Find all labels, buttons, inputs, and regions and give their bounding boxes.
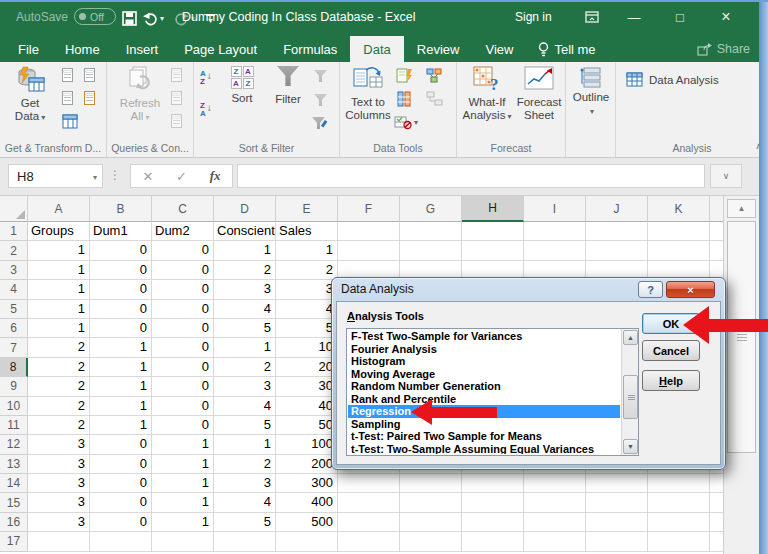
dialog-help-button[interactable]: ? [638, 281, 663, 298]
data-analysis-button[interactable]: Data Analysis [626, 72, 719, 87]
cell-B8[interactable]: 1 [90, 358, 152, 377]
cell-J16[interactable] [586, 513, 648, 532]
cell-D2[interactable]: 1 [214, 241, 276, 260]
cell-E4[interactable]: 3 [276, 280, 338, 299]
cell-E3[interactable]: 2 [276, 261, 338, 280]
cell-G16[interactable] [400, 513, 462, 532]
cell-B2[interactable]: 0 [90, 241, 152, 260]
save-button[interactable] [122, 7, 137, 29]
cell-C8[interactable]: 0 [152, 358, 214, 377]
column-header-B[interactable]: B [90, 196, 152, 222]
insert-function-icon[interactable]: fx [210, 168, 221, 184]
cell-E13[interactable]: 200 [276, 455, 338, 474]
cell-A1[interactable]: Groups [28, 222, 90, 241]
analysis-tool-item-f-test-two-sample-for-variances[interactable]: F-Test Two-Sample for Variances [348, 330, 620, 343]
cell-J15[interactable] [586, 493, 648, 512]
cell-F14[interactable] [338, 474, 400, 493]
analysis-tool-item-moving-average[interactable]: Moving Average [348, 368, 620, 381]
cell-K1[interactable] [648, 222, 710, 241]
cell-D3[interactable]: 2 [214, 261, 276, 280]
cell-B9[interactable]: 1 [90, 377, 152, 396]
cell-C3[interactable]: 0 [152, 261, 214, 280]
listbox-scroll-up-button[interactable]: ▲ [623, 330, 638, 345]
cell-B7[interactable]: 1 [90, 338, 152, 357]
cell-D14[interactable]: 3 [214, 474, 276, 493]
cell-A7[interactable]: 2 [28, 338, 90, 357]
cell-I17[interactable] [524, 532, 586, 551]
cell-D11[interactable]: 5 [214, 416, 276, 435]
cell-A15[interactable]: 3 [28, 493, 90, 512]
cell-D7[interactable]: 1 [214, 338, 276, 357]
cell-J1[interactable] [586, 222, 648, 241]
column-header-G[interactable]: G [400, 196, 462, 222]
tab-formulas[interactable]: Formulas [270, 36, 350, 62]
cell-D8[interactable]: 2 [214, 358, 276, 377]
row-header-5[interactable]: 5 [0, 300, 28, 319]
data-validation-icon[interactable] [394, 115, 412, 129]
tell-me-button[interactable]: Tell me [538, 36, 595, 62]
analysis-tool-item-sampling[interactable]: Sampling [348, 418, 620, 431]
cell-G2[interactable] [400, 241, 462, 260]
tab-review[interactable]: Review [404, 36, 473, 62]
cell-D5[interactable]: 4 [214, 300, 276, 319]
column-header-E[interactable]: E [276, 196, 338, 222]
cell-H1[interactable] [462, 222, 524, 241]
cell-B6[interactable]: 0 [90, 319, 152, 338]
cell-I15[interactable] [524, 493, 586, 512]
cell-C9[interactable]: 0 [152, 377, 214, 396]
cell-C11[interactable]: 0 [152, 416, 214, 435]
cell-A14[interactable]: 3 [28, 474, 90, 493]
column-header-C[interactable]: C [152, 196, 214, 222]
cell-A5[interactable]: 1 [28, 300, 90, 319]
tab-insert[interactable]: Insert [113, 36, 172, 62]
cell-E10[interactable]: 40 [276, 397, 338, 416]
cell-B4[interactable]: 0 [90, 280, 152, 299]
tab-view[interactable]: View [472, 36, 526, 62]
relationships-icon[interactable] [426, 91, 443, 106]
consolidate-icon[interactable] [426, 68, 442, 83]
name-box-dropdown-icon[interactable]: ▾ [93, 173, 97, 182]
what-if-analysis-button[interactable]: ? What-If Analysis [461, 66, 513, 123]
help-button[interactable]: Help [642, 370, 700, 391]
cell-D1[interactable]: Conscient [214, 222, 276, 241]
tab-data[interactable]: Data [350, 36, 403, 62]
cell-E8[interactable]: 20 [276, 358, 338, 377]
cell-J2[interactable] [586, 241, 648, 260]
select-all-corner[interactable] [0, 196, 28, 222]
cell-D15[interactable]: 4 [214, 493, 276, 512]
cell-C4[interactable]: 0 [152, 280, 214, 299]
row-header-6[interactable]: 6 [0, 319, 28, 338]
cell-A17[interactable] [28, 532, 90, 551]
window-close-button[interactable]: × [714, 6, 738, 28]
row-header-16[interactable]: 16 [0, 513, 28, 532]
cell-A8[interactable]: 2 [28, 358, 90, 377]
column-header-I[interactable]: I [524, 196, 586, 222]
scrollbar-up-button[interactable]: ▲ [727, 199, 756, 218]
cell-B15[interactable]: 0 [90, 493, 152, 512]
cell-I2[interactable] [524, 241, 586, 260]
remove-duplicates-icon[interactable] [396, 91, 412, 107]
cell-H15[interactable] [462, 493, 524, 512]
existing-connections-icon[interactable] [62, 114, 78, 129]
cell-A4[interactable]: 1 [28, 280, 90, 299]
cell-E12[interactable]: 100 [276, 435, 338, 454]
cell-J17[interactable] [586, 532, 648, 551]
analysis-tool-item-t-test-two-sample-assuming-equal-variances[interactable]: t-Test: Two-Sample Assuming Equal Varian… [348, 443, 620, 455]
cancel-entry-icon[interactable]: ✕ [142, 169, 153, 184]
cell-K16[interactable] [648, 513, 710, 532]
cell-E1[interactable]: Sales [276, 222, 338, 241]
cell-C16[interactable]: 1 [152, 513, 214, 532]
formula-input[interactable] [237, 164, 705, 188]
cell-B14[interactable]: 0 [90, 474, 152, 493]
cell-F16[interactable] [338, 513, 400, 532]
cell-D4[interactable]: 3 [214, 280, 276, 299]
listbox-scrollbar[interactable]: ▲ ▼ [621, 329, 638, 455]
column-header-F[interactable]: F [338, 196, 400, 222]
cell-G17[interactable] [400, 532, 462, 551]
cell-G15[interactable] [400, 493, 462, 512]
analysis-tool-item-histogram[interactable]: Histogram [348, 355, 620, 368]
cell-H17[interactable] [462, 532, 524, 551]
ribbon-display-options-button[interactable] [580, 6, 604, 28]
cell-K15[interactable] [648, 493, 710, 512]
row-header-2[interactable]: 2 [0, 241, 28, 260]
